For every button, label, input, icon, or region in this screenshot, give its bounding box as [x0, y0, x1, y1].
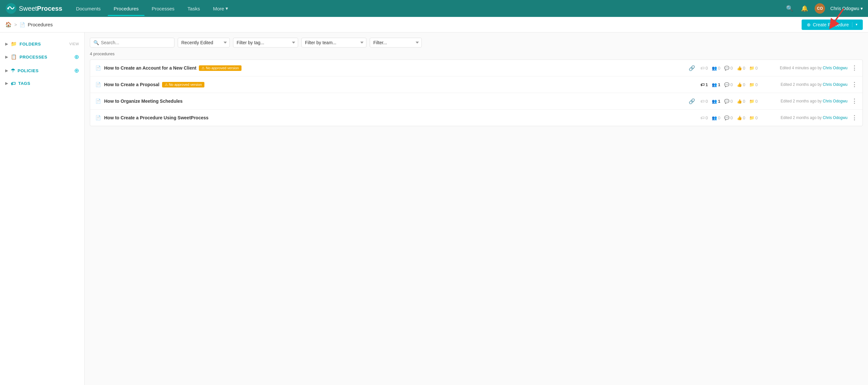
nav-link-tasks[interactable]: Tasks [182, 1, 206, 16]
sweetprocess-logo-icon [5, 3, 17, 14]
chevron-down-icon: ▾ [861, 6, 863, 11]
user-avatar[interactable]: CO [815, 3, 825, 14]
folder-icon: 📁 [749, 99, 754, 104]
folders-icon: 📁 [11, 41, 17, 47]
chevron-right-icon: ▶ [5, 55, 8, 59]
add-process-icon[interactable]: ⊕ [74, 53, 80, 61]
procedure-icon: 📄 [95, 65, 101, 71]
tags-count: 🏷 1 [701, 82, 708, 87]
sidebar-item-tags[interactable]: ▶ 🏷 TAGS [0, 77, 84, 90]
add-policy-icon[interactable]: ⊕ [74, 67, 80, 74]
tags-icon: 🏷 [11, 81, 16, 86]
policies-label: POLICIES [18, 68, 74, 73]
view-label[interactable]: VIEW [69, 42, 79, 46]
policies-icon: ☂ [11, 68, 15, 73]
chevron-right-icon: ▶ [5, 42, 8, 46]
breadcrumb: 🏠 > 📄 Procedures [5, 22, 53, 28]
procedure-edited: Edited 2 months ago by Chris Odogwu [763, 99, 847, 103]
comments-count: 💬 0 [724, 66, 733, 71]
nav-link-processes[interactable]: Processes [146, 1, 180, 16]
search-icon: 🔍 [93, 40, 99, 45]
editor-link[interactable]: Chris Odogwu [823, 99, 847, 103]
table-row[interactable]: 📄 How to Create an Account for a New Cli… [90, 60, 863, 76]
people-count: 👥 0 [712, 66, 720, 71]
tags-count: 🏷 0 [701, 99, 708, 104]
filter-other-select[interactable]: Filter... [370, 38, 422, 47]
people-icon: 👥 [712, 99, 717, 104]
procedure-meta: 🏷 0 👥 1 💬 0 👍 0 [701, 99, 758, 104]
sidebar-item-folders[interactable]: ▶ 📁 FOLDERS VIEW [0, 38, 84, 50]
editor-link[interactable]: Chris Odogwu [823, 115, 847, 120]
vote-icon: 👍 [737, 66, 742, 71]
search-button[interactable]: 🔍 [785, 4, 795, 13]
nav-link-procedures[interactable]: Procedures [108, 1, 145, 16]
sidebar-item-processes[interactable]: ▶ 📋 PROCESSES ⊕ [0, 50, 84, 64]
vote-icon: 👍 [737, 82, 742, 87]
votes-count: 👍 0 [737, 115, 745, 120]
no-approved-badge: ⚠ No approved version [199, 65, 242, 71]
search-input[interactable] [101, 40, 171, 45]
filter-bar: 🔍 Recently Edited Alphabetical Date Crea… [90, 38, 863, 47]
sidebar-item-policies[interactable]: ▶ ☂ POLICIES ⊕ [0, 64, 84, 77]
nav-right: 🔍 🔔 CO Chris Odogwu ▾ [785, 3, 863, 14]
editor-link[interactable]: Chris Odogwu [823, 82, 847, 87]
comments-count: 💬 0 [724, 82, 733, 87]
filter-tag-select[interactable]: Filter by tag... [233, 38, 298, 47]
processes-label: PROCESSES [20, 55, 74, 60]
comment-icon: 💬 [724, 82, 730, 87]
votes-count: 👍 0 [737, 99, 745, 104]
procedure-meta: 🏷 0 👥 0 💬 0 👍 0 [701, 115, 758, 120]
chevron-down-icon[interactable]: ▾ [856, 23, 858, 27]
tags-label: TAGS [18, 81, 79, 86]
table-row[interactable]: 📄 How to Organize Meeting Schedules 🔗 🏷 … [90, 93, 863, 110]
procedure-title: How to Create a Proposal ⚠ No approved v… [104, 82, 695, 88]
nav-links: Documents Procedures Processes Tasks Mor… [70, 1, 785, 16]
people-icon: 👥 [712, 66, 717, 71]
procedures-list: 📄 How to Create an Account for a New Cli… [90, 60, 863, 126]
folder-icon: 📁 [749, 82, 754, 87]
table-row[interactable]: 📄 How to Create a Procedure Using SweetP… [90, 110, 863, 126]
folders-count: 📁 0 [749, 115, 758, 120]
logo[interactable]: SweetProcess [5, 3, 62, 14]
nav-link-documents[interactable]: Documents [70, 1, 106, 16]
folder-icon: 📁 [749, 66, 754, 71]
filter-team-select[interactable]: Filter by team... [301, 38, 367, 47]
row-menu-button[interactable]: ⋮ [851, 98, 857, 105]
procedure-icon: 📄 [95, 82, 101, 87]
sort-select[interactable]: Recently Edited Alphabetical Date Create… [178, 38, 230, 47]
people-count: 👥 1 [712, 82, 720, 87]
tag-icon: 🏷 [701, 115, 705, 120]
chevron-right-icon: ▶ [5, 81, 8, 85]
procedure-edited: Edited 2 months ago by Chris Odogwu [763, 82, 847, 87]
folder-icon: 📁 [749, 115, 754, 120]
procedure-icon: 📄 [95, 115, 101, 120]
row-menu-button[interactable]: ⋮ [851, 81, 857, 88]
folders-count: 📁 0 [749, 99, 758, 104]
user-name[interactable]: Chris Odogwu ▾ [830, 6, 863, 11]
row-menu-button[interactable]: ⋮ [851, 64, 857, 72]
people-count: 👥 1 [712, 99, 720, 104]
link-icon[interactable]: 🔗 [689, 98, 695, 104]
nav-link-more[interactable]: More ▾ [207, 1, 234, 16]
vote-icon: 👍 [737, 115, 742, 120]
row-menu-button[interactable]: ⋮ [851, 114, 857, 121]
people-count: 👥 0 [712, 115, 720, 120]
main-layout: ▶ 📁 FOLDERS VIEW ▶ 📋 PROCESSES ⊕ ▶ ☂ POL… [0, 33, 868, 385]
notifications-button[interactable]: 🔔 [800, 4, 809, 13]
plus-icon: ⊕ [807, 22, 811, 27]
people-icon: 👥 [712, 82, 717, 87]
comment-icon: 💬 [724, 115, 730, 120]
procedure-title: How to Create an Account for a New Clien… [104, 65, 685, 71]
link-icon[interactable]: 🔗 [689, 65, 695, 71]
search-input-wrap[interactable]: 🔍 [90, 38, 175, 47]
procedure-title: How to Organize Meeting Schedules [104, 99, 685, 104]
home-icon[interactable]: 🏠 [5, 22, 12, 28]
editor-link[interactable]: Chris Odogwu [823, 66, 847, 70]
comments-count: 💬 0 [724, 99, 733, 104]
vote-icon: 👍 [737, 99, 742, 104]
table-row[interactable]: 📄 How to Create a Proposal ⚠ No approved… [90, 76, 863, 93]
create-procedure-button[interactable]: ⊕ Create Procedure ▾ [802, 20, 863, 30]
svg-point-1 [7, 7, 9, 9]
sub-header: 🏠 > 📄 Procedures ⊕ Create Procedure ▾ [0, 17, 868, 33]
comment-icon: 💬 [724, 99, 730, 104]
